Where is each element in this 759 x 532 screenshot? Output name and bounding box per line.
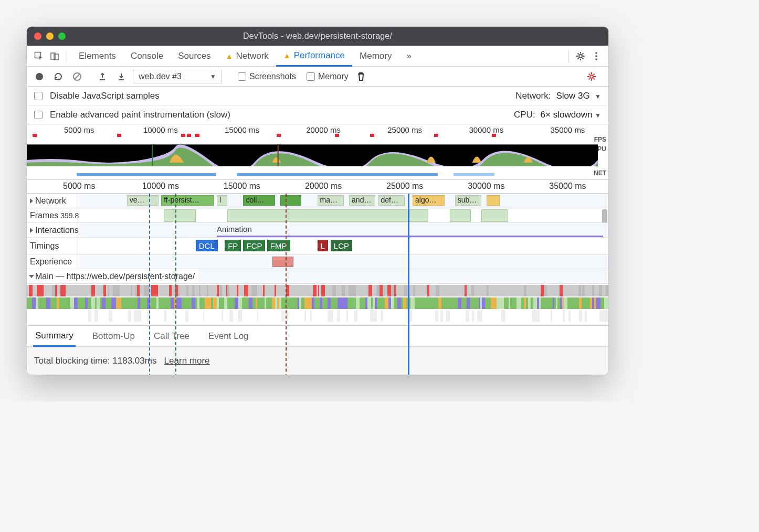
inspect-element-icon[interactable] [31,48,47,64]
network-request-block[interactable] [280,195,301,206]
chevron-down-icon: ▼ [595,112,601,119]
frame-block[interactable] [164,209,195,222]
network-request-block[interactable]: ff-persist… [161,195,214,206]
performance-toolbar: web.dev #3 ▼ Screenshots Memory [27,67,608,87]
track-label: Frames [30,211,58,220]
option-row-paint: Enable advanced paint instrumentation (s… [27,105,608,124]
chevron-down-icon: ▼ [210,73,216,80]
layout-shift-block[interactable] [272,257,293,267]
disable-js-toggle[interactable]: Disable JavaScript samples [34,91,160,101]
screenshots-toggle[interactable]: Screenshots [238,72,296,81]
checkbox-icon [34,92,43,100]
delete-recording-button[interactable] [354,69,368,84]
cpu-throttle-select[interactable]: 6× slowdown ▼ [541,110,601,120]
network-request-block[interactable]: algo… [413,195,444,206]
timing-marker[interactable]: DCL [196,240,218,251]
tab-network[interactable]: ▲Network [218,46,276,66]
tab-memory[interactable]: Memory [352,46,399,66]
settings-icon[interactable] [573,48,588,64]
frame-duration: 399.8 ms [60,211,79,220]
recording-select[interactable]: web.dev #3 ▼ [133,70,222,83]
track-frames[interactable]: Frames399.8 ms 9596.1 ms [27,208,608,223]
option-row-js-samples: Disable JavaScript samples Network: Slow… [27,87,608,105]
network-request-block[interactable]: and… [349,195,375,206]
btab-bottom-up[interactable]: Bottom-Up [90,326,137,346]
track-label: Experience [30,257,72,267]
timing-marker[interactable]: FMP [267,240,290,251]
track-label: Main — https://web.dev/persistent-storag… [35,272,195,281]
track-experience[interactable]: Experience [27,254,608,269]
capture-settings-icon[interactable] [584,69,599,84]
svg-point-3 [579,55,582,58]
tab-label: Sources [178,51,210,61]
track-label: Interactions [35,226,79,235]
disclose-icon[interactable] [29,275,34,278]
network-request-block[interactable]: ma… [318,195,344,206]
download-profile-button[interactable] [114,69,129,84]
tab-elements[interactable]: Elements [71,46,123,66]
device-toggle-icon[interactable] [47,48,62,64]
timing-marker[interactable]: FCP [243,240,265,251]
frame-block[interactable] [227,209,428,222]
devtools-tabbar: Elements Console Sources ▲Network ▲Perfo… [27,46,608,67]
network-request-block[interactable]: def… [378,195,405,206]
network-request-block[interactable] [487,195,500,206]
tab-label: Memory [360,51,392,61]
devtools-window: DevTools - web.dev/persistent-storage/ E… [26,26,609,375]
enable-paint-label: Enable advanced paint instrumentation (s… [50,110,230,120]
tab-sources[interactable]: Sources [171,46,218,66]
record-button[interactable] [32,69,47,84]
btab-summary[interactable]: Summary [33,326,76,347]
disclose-icon[interactable] [30,228,33,233]
overview-minimap[interactable]: 5000 ms 10000 ms 15000 ms 20000 ms 25000… [27,124,608,180]
frame-block[interactable] [450,209,471,222]
upload-profile-button[interactable] [95,69,110,84]
titlebar: DevTools - web.dev/persistent-storage/ [27,27,608,46]
record-icon [36,73,43,80]
clear-button[interactable] [70,69,85,84]
tab-console[interactable]: Console [123,46,171,66]
tabs-overflow[interactable]: » [399,46,418,66]
network-throttle-label: Network: [515,91,551,101]
tab-label: Network [236,51,268,61]
network-request-block[interactable]: sub… [455,195,481,206]
summary-footer: Total blocking time: 1183.03ms Learn mor… [27,347,608,375]
track-network[interactable]: Network ve…ff-persist…lcoll…ma…and…def…a… [27,194,608,208]
network-request-block[interactable]: coll… [243,195,275,206]
track-label: Network [35,196,66,206]
warning-icon: ▲ [283,51,291,60]
timing-marker[interactable]: LCP [331,240,352,251]
detail-ruler[interactable]: 5000 ms 10000 ms 15000 ms 20000 ms 25000… [27,180,608,194]
network-request-block[interactable]: ve… [127,195,159,206]
track-interactions[interactable]: Interactions Animation [27,223,608,238]
track-main-header[interactable]: Main — https://web.dev/persistent-storag… [27,269,608,284]
track-timings[interactable]: Timings DCLFPFCPFMPLLCP [27,238,608,254]
track-label: Timings [30,241,59,251]
kebab-menu-icon[interactable] [588,48,604,64]
timing-marker[interactable]: L [318,240,328,251]
tracks-area[interactable]: Network ve…ff-persist…lcoll…ma…and…def…a… [27,194,608,326]
disclose-icon[interactable] [30,198,33,204]
checkbox-icon [238,72,246,81]
btab-call-tree[interactable]: Call Tree [152,326,192,346]
memory-toggle[interactable]: Memory [307,72,349,81]
checkbox-icon [34,111,43,119]
warning-icon: ▲ [226,52,233,60]
network-request-block[interactable]: l [217,195,227,206]
timing-marker[interactable]: FP [225,240,241,251]
tab-performance[interactable]: ▲Performance [276,46,352,67]
network-throttle-select[interactable]: Slow 3G ▼ [556,91,601,101]
frame-block[interactable] [481,209,508,222]
overview-ruler: 5000 ms 10000 ms 15000 ms 20000 ms 25000… [27,125,608,136]
enable-paint-toggle[interactable]: Enable advanced paint instrumentation (s… [34,110,230,120]
net-lane [77,173,593,176]
checkbox-icon [307,72,315,81]
reload-record-button[interactable] [51,69,66,84]
animation-label: Animation [217,225,252,233]
cpu-throttle-value: 6× slowdown [541,110,593,120]
svg-point-6 [595,58,597,60]
btab-event-log[interactable]: Event Log [206,326,251,346]
cpu-area-chart [27,144,598,166]
flame-chart[interactable] [27,284,608,326]
learn-more-link[interactable]: Learn more [164,356,210,366]
